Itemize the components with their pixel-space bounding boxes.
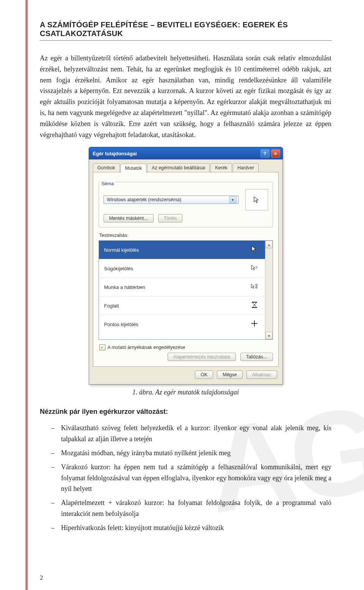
- page-title: A SZÁMÍTÓGÉP FELÉPÍTÉSE – BEVITELI EGYSÉ…: [40, 21, 331, 38]
- cursor-change-list: Kiválasztható szöveg felett helyezkedik …: [40, 423, 331, 533]
- list-item[interactable]: Normál kijelölés: [99, 241, 265, 259]
- dialog-action-buttons: OK Mégse Alkalmaz: [93, 367, 279, 380]
- tab-pointers[interactable]: Mutatók: [121, 164, 146, 172]
- use-default-button[interactable]: Alapértelmezés használata: [168, 353, 236, 361]
- cancel-button[interactable]: Mégse: [217, 371, 243, 379]
- shadow-checkbox-row[interactable]: ✓ A mutató árnyékának engedélyezése: [99, 344, 272, 350]
- page-container: A SZÁMÍTÓGÉP FELÉPÍTÉSE – BEVITELI EGYSÉ…: [0, 0, 364, 552]
- svg-text:?: ?: [255, 266, 257, 270]
- save-as-button[interactable]: Mentés másként...: [104, 214, 154, 222]
- scheme-combobox[interactable]: Windows alapérték (rendszerséma) ▾: [104, 196, 238, 204]
- scrollbar[interactable]: ▴ ▾: [265, 241, 273, 339]
- scroll-down-icon[interactable]: ▾: [265, 332, 273, 339]
- customize-label: Testreszabás:: [99, 233, 272, 238]
- list-item: Mozgatási módban, négy irányba mutató ny…: [51, 448, 331, 459]
- arrow-cursor-icon: [253, 196, 260, 204]
- scheme-group-label: Séma: [100, 181, 116, 186]
- chevron-down-icon: ▾: [229, 196, 237, 203]
- arrow-cursor-icon: [249, 245, 260, 255]
- tab-strip: Gombok Mutatók Az egérmutató beállításai…: [93, 159, 279, 172]
- list-item: Hiperhivatkozás felett: kinyújtott mutat…: [51, 522, 331, 533]
- list-item-label: Súgókijelölés: [104, 266, 133, 271]
- cursor-preview: [245, 189, 268, 210]
- scheme-value: Windows alapérték (rendszerséma): [107, 197, 182, 202]
- list-item-label: Munka a háttérben: [104, 284, 145, 290]
- page-number: 2: [40, 574, 43, 582]
- browse-button[interactable]: Tallózás...: [240, 353, 273, 361]
- scroll-up-icon[interactable]: ▴: [265, 241, 273, 248]
- tab-hardware[interactable]: Hardver: [233, 163, 259, 172]
- pointer-listbox[interactable]: Normál kijelölés Súgókijelölés ?: [99, 240, 273, 340]
- checkbox-checked-icon: ✓: [99, 344, 105, 350]
- list-item-label: Foglalt: [104, 303, 119, 309]
- list-item[interactable]: Súgókijelölés ?: [99, 259, 265, 278]
- list-item: Kiválasztható szöveg felett helyezkedik …: [51, 423, 331, 445]
- scheme-group: Windows alapérték (rendszerséma) ▾ Menté…: [99, 182, 273, 227]
- list-subheading: Nézzünk pár ilyen egérkurzor változást:: [40, 408, 331, 416]
- close-button[interactable]: ×: [271, 149, 280, 158]
- dialog-title: Egér tulajdonságai: [93, 151, 137, 156]
- arrow-hourglass-cursor-icon: [249, 282, 260, 292]
- crosshair-cursor-icon: [249, 320, 260, 329]
- list-item[interactable]: Pontos kijelölés: [99, 315, 265, 333]
- ok-button[interactable]: OK: [195, 371, 213, 379]
- tab-wheel[interactable]: Kerék: [210, 163, 232, 172]
- hourglass-cursor-icon: [249, 301, 260, 311]
- mouse-properties-dialog: Egér tulajdonságai ? × Gombok Mutatók Az…: [89, 147, 283, 385]
- list-item-label: Normál kijelölés: [104, 247, 139, 253]
- list-item: Várakozó kurzor: ha éppen nem tud a szám…: [51, 462, 331, 494]
- dialog-titlebar: Egér tulajdonságai ? ×: [89, 147, 283, 159]
- dialog-client-area: Gombok Mutatók Az egérmutató beállításai…: [89, 159, 283, 385]
- delete-button[interactable]: Törlés: [158, 214, 183, 222]
- figure-caption: 1. ábra. Az egér mutatók tulajdonságai: [40, 388, 331, 396]
- list-item[interactable]: Munka a háttérben: [99, 278, 265, 297]
- help-button[interactable]: ?: [260, 149, 270, 158]
- list-item[interactable]: Foglalt: [99, 297, 265, 315]
- title-underline: [40, 40, 331, 41]
- tab-buttons[interactable]: Gombok: [93, 163, 120, 172]
- tab-pointer-options[interactable]: Az egérmutató beállításai: [147, 163, 210, 172]
- list-item-label: Pontos kijelölés: [104, 322, 138, 327]
- apply-button[interactable]: Alkalmaz: [246, 371, 277, 379]
- arrow-help-cursor-icon: ?: [249, 264, 260, 273]
- list-item: Alapértelmezett + várakozó kurzor: ha fo…: [51, 497, 331, 519]
- shadow-checkbox-label: A mutató árnyékának engedélyezése: [108, 345, 185, 350]
- tab-page-pointers: Séma Windows alapérték (rendszerséma) ▾ …: [93, 172, 279, 367]
- main-paragraph: Az egér a billentyűzetről történő adatbe…: [40, 53, 331, 140]
